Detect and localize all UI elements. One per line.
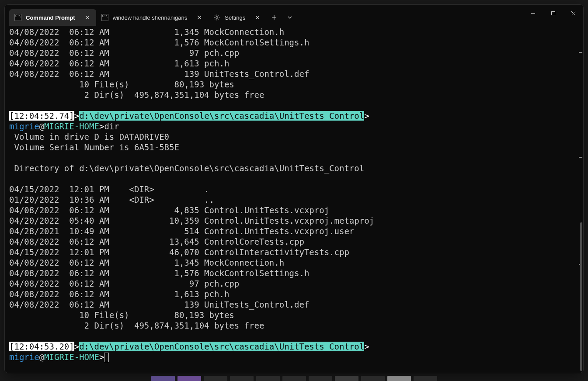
tab-window-handle[interactable]: window handle shennanigans (96, 9, 209, 26)
titlebar[interactable]: Command Prompt window handle shennanigan… (5, 5, 583, 26)
tab-settings[interactable]: Settings (208, 9, 266, 26)
taskbar (0, 376, 588, 381)
close-window-button[interactable] (563, 5, 583, 19)
taskbar-item[interactable] (177, 376, 201, 381)
tab-strip: Command Prompt window handle shennanigan… (5, 9, 523, 26)
taskbar-item[interactable] (387, 376, 411, 381)
close-tab-button[interactable] (195, 13, 204, 22)
window-controls (523, 9, 583, 19)
tab-label: window handle shennanigans (113, 14, 188, 21)
scrollbar-thumb[interactable] (580, 222, 582, 371)
maximize-button[interactable] (543, 5, 563, 19)
taskbar-item[interactable] (335, 376, 358, 381)
tab-command-prompt[interactable]: Command Prompt (9, 9, 96, 26)
close-tab-button[interactable] (83, 13, 92, 22)
svg-rect-1 (551, 11, 555, 15)
gear-icon (213, 14, 220, 21)
scroll-mark (579, 52, 582, 53)
taskbar-item[interactable] (282, 376, 306, 381)
terminal-window: Command Prompt window handle shennanigan… (4, 4, 584, 373)
terminal-body[interactable]: 04/08/2022 06:12 AM 1,345 MockConnection… (5, 26, 583, 373)
taskbar-item[interactable] (151, 376, 175, 381)
taskbar-item[interactable] (230, 376, 254, 381)
new-tab-button[interactable] (266, 10, 282, 25)
minimize-button[interactable] (523, 5, 543, 19)
taskbar-item[interactable] (309, 376, 332, 381)
tab-label: Settings (225, 14, 245, 21)
terminal-output[interactable]: 04/08/2022 06:12 AM 1,345 MockConnection… (9, 27, 579, 362)
taskbar-item[interactable] (361, 376, 385, 381)
cmd-icon (14, 14, 21, 21)
taskbar-item[interactable] (414, 376, 437, 381)
taskbar-item[interactable] (256, 376, 280, 381)
cmd-icon (101, 14, 108, 21)
taskbar-item[interactable] (204, 376, 227, 381)
tab-label: Command Prompt (26, 14, 75, 21)
tab-dropdown-button[interactable] (282, 10, 298, 25)
scroll-mark (579, 157, 582, 158)
svg-point-0 (216, 17, 218, 18)
close-tab-button[interactable] (253, 13, 262, 22)
